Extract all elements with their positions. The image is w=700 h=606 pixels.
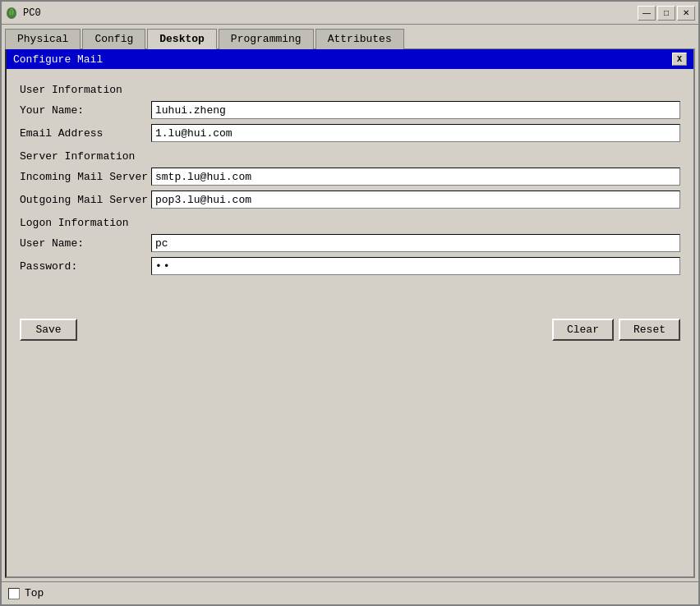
- section-title: Configure Mail: [13, 53, 103, 66]
- incoming-mail-label: Incoming Mail Server: [20, 171, 151, 183]
- user-info-label: User Information: [20, 84, 680, 96]
- form-area: User Information Your Name: Email Addres…: [7, 69, 693, 312]
- tab-config[interactable]: Config: [82, 29, 145, 49]
- user-name-label: User Name:: [20, 237, 151, 250]
- tabs-bar: Physical Config Desktop Programming Attr…: [2, 25, 698, 48]
- password-input[interactable]: [151, 257, 680, 275]
- save-button[interactable]: Save: [20, 319, 77, 341]
- reset-button[interactable]: Reset: [619, 319, 680, 341]
- title-bar: PC0 — □ ✕: [2, 2, 698, 25]
- user-name-input[interactable]: [151, 234, 680, 252]
- maximize-button[interactable]: □: [657, 6, 675, 21]
- user-name-row: User Name:: [20, 234, 680, 252]
- server-info-label: Server Information: [20, 150, 680, 163]
- tab-physical[interactable]: Physical: [5, 29, 81, 49]
- bottom-bar: Top: [2, 581, 698, 604]
- logon-info-label: Logon Information: [20, 217, 680, 229]
- section-close-button[interactable]: X: [672, 53, 687, 66]
- title-bar-controls: — □ ✕: [638, 6, 695, 21]
- right-buttons: Clear Reset: [552, 319, 680, 341]
- minimize-button[interactable]: —: [638, 6, 656, 21]
- tab-desktop[interactable]: Desktop: [147, 29, 217, 49]
- tab-attributes[interactable]: Attributes: [315, 29, 404, 49]
- spacer: [7, 347, 693, 577]
- password-row: Password:: [20, 257, 680, 275]
- title-bar-title: PC0: [23, 7, 41, 19]
- pco-icon: [5, 7, 18, 20]
- outgoing-mail-row: Outgoing Mail Server: [20, 191, 680, 209]
- close-button[interactable]: ✕: [677, 6, 695, 21]
- outgoing-mail-input[interactable]: [151, 191, 680, 209]
- top-checkbox[interactable]: [8, 588, 20, 599]
- your-name-input[interactable]: [151, 101, 680, 119]
- clear-button[interactable]: Clear: [552, 319, 614, 341]
- your-name-label: Your Name:: [20, 104, 151, 117]
- buttons-row: Save Clear Reset: [7, 312, 693, 347]
- password-label: Password:: [20, 260, 151, 273]
- content-area: Configure Mail X User Information Your N…: [5, 48, 695, 578]
- email-address-row: Email Address: [20, 124, 680, 142]
- title-bar-left: PC0: [5, 7, 41, 20]
- outgoing-mail-label: Outgoing Mail Server: [20, 194, 151, 206]
- main-window: PC0 — □ ✕ Physical Config Desktop Progra…: [0, 0, 700, 606]
- tab-programming[interactable]: Programming: [219, 29, 314, 49]
- section-header: Configure Mail X: [7, 49, 693, 69]
- email-address-label: Email Address: [20, 127, 151, 140]
- your-name-row: Your Name:: [20, 101, 680, 119]
- top-label: Top: [25, 587, 44, 599]
- email-address-input[interactable]: [151, 124, 680, 142]
- incoming-mail-input[interactable]: [151, 168, 680, 186]
- incoming-mail-row: Incoming Mail Server: [20, 168, 680, 186]
